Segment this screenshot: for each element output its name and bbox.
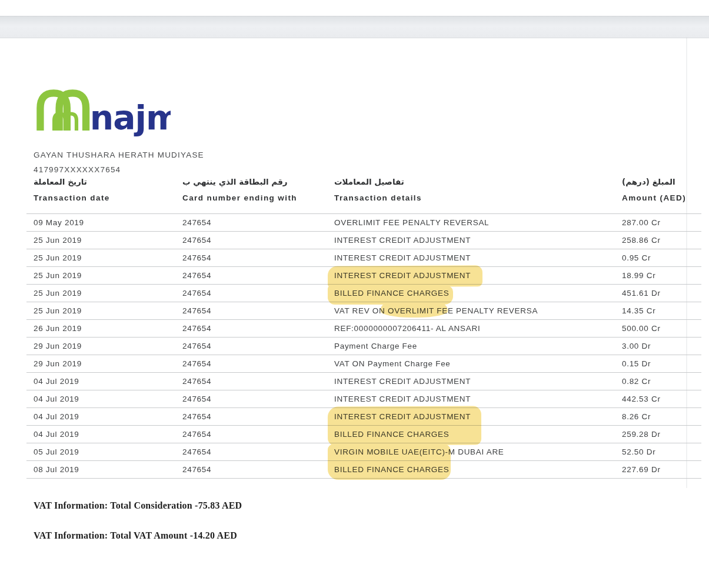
header-transaction-date: تاريخ المعاملة Transaction date	[34, 175, 110, 205]
table-row: 25 Jun 2019 247654 INTEREST CREDIT ADJUS…	[26, 267, 701, 285]
header-transaction-date-arabic: تاريخ المعاملة	[34, 175, 110, 188]
cardholder-name: GAYAN THUSHARA HERATH MUDIYASE	[34, 151, 204, 159]
header-card-number-arabic: رقم البطاقة الذي ينتهي ب	[182, 175, 297, 188]
card-number-cell: 247654	[182, 426, 211, 443]
table-row: 04 Jul 2019 247654 INTEREST CREDIT ADJUS…	[26, 373, 701, 390]
transaction-details-cell: VAT REV ON OVERLIMIT FEE PENALTY REVERSA	[334, 302, 538, 319]
transaction-date-cell: 09 May 2019	[34, 214, 84, 231]
transaction-date-cell: 26 Jun 2019	[34, 320, 82, 337]
card-number-masked: 417997XXXXXX7654	[34, 165, 121, 174]
header-amount-english: Amount (AED)	[622, 191, 686, 205]
transaction-date-cell: 25 Jun 2019	[34, 232, 82, 249]
table-row: 04 Jul 2019 247654 INTEREST CREDIT ADJUS…	[26, 390, 701, 408]
amount-cell: 0.15 Dr	[622, 355, 651, 372]
table-row: 09 May 2019 247654 OVERLIMIT FEE PENALTY…	[26, 214, 701, 232]
najm-logo: najm	[34, 86, 171, 142]
vat-total-vat-amount: VAT Information: Total VAT Amount -14.20…	[34, 530, 237, 541]
amount-cell: 259.28 Dr	[622, 426, 661, 443]
transaction-date-cell: 25 Jun 2019	[34, 267, 82, 284]
card-number-cell: 247654	[182, 443, 211, 460]
amount-cell: 0.82 Cr	[622, 373, 651, 390]
transaction-date-cell: 04 Jul 2019	[34, 426, 79, 443]
amount-cell: 14.35 Cr	[622, 302, 655, 319]
header-transaction-details-arabic: تفاصيل المعاملات	[334, 175, 422, 188]
transaction-date-cell: 29 Jun 2019	[34, 338, 82, 355]
vat-total-consideration: VAT Information: Total Consideration -75…	[34, 500, 242, 511]
header-transaction-details: تفاصيل المعاملات Transaction details	[334, 175, 422, 205]
table-header-row: تاريخ المعاملة Transaction date رقم البط…	[26, 175, 701, 213]
card-number-cell: 247654	[182, 249, 211, 266]
najm-logo-text: najm	[90, 98, 171, 137]
transaction-details-cell: INTEREST CREDIT ADJUSTMENT	[334, 232, 471, 249]
card-number-cell: 247654	[182, 320, 211, 337]
amount-cell: 258.86 Cr	[622, 232, 661, 249]
table-row: 26 Jun 2019 247654 REF:0000000007206411-…	[26, 320, 701, 338]
amount-cell: 8.26 Cr	[622, 408, 651, 425]
transaction-date-cell: 29 Jun 2019	[34, 355, 82, 372]
header-card-number-english: Card number ending with	[182, 191, 297, 205]
card-number-cell: 247654	[182, 390, 211, 407]
table-row: 29 Jun 2019 247654 Payment Charge Fee 3.…	[26, 338, 701, 355]
card-number-cell: 247654	[182, 214, 211, 231]
table-row: 29 Jun 2019 247654 VAT ON Payment Charge…	[26, 355, 701, 373]
table-body: 09 May 2019 247654 OVERLIMIT FEE PENALTY…	[26, 213, 701, 479]
transaction-date-cell: 04 Jul 2019	[34, 373, 79, 390]
amount-cell: 0.95 Cr	[622, 249, 651, 266]
table-row: 04 Jul 2019 247654 BILLED FINANCE CHARGE…	[26, 426, 701, 443]
amount-cell: 227.69 Dr	[622, 461, 661, 478]
transaction-details-cell: Payment Charge Fee	[334, 338, 417, 355]
table-row: 25 Jun 2019 247654 VAT REV ON OVERLIMIT …	[26, 302, 701, 320]
transaction-details-cell: INTEREST CREDIT ADJUSTMENT	[334, 408, 471, 425]
transaction-details-cell: OVERLIMIT FEE PENALTY REVERSAL	[334, 214, 489, 231]
transaction-details-cell: BILLED FINANCE CHARGES	[334, 461, 449, 478]
header-card-number: رقم البطاقة الذي ينتهي ب Card number end…	[182, 175, 297, 205]
transaction-date-cell: 25 Jun 2019	[34, 249, 82, 266]
transaction-date-cell: 25 Jun 2019	[34, 302, 82, 319]
transaction-details-cell: INTEREST CREDIT ADJUSTMENT	[334, 249, 471, 266]
table-row: 05 Jul 2019 247654 VIRGIN MOBILE UAE(EIT…	[26, 443, 701, 461]
card-number-cell: 247654	[182, 408, 211, 425]
table-row: 25 Jun 2019 247654 INTEREST CREDIT ADJUS…	[26, 232, 701, 249]
transaction-date-cell: 25 Jun 2019	[34, 285, 82, 302]
header-transaction-date-english: Transaction date	[34, 191, 110, 205]
table-row: 08 Jul 2019 247654 BILLED FINANCE CHARGE…	[26, 461, 701, 479]
transaction-details-cell: INTEREST CREDIT ADJUSTMENT	[334, 390, 471, 407]
najm-arch-icon	[40, 93, 86, 130]
transaction-date-cell: 05 Jul 2019	[34, 443, 79, 460]
header-amount: المبلغ (درهم) Amount (AED)	[622, 175, 686, 205]
transaction-date-cell: 04 Jul 2019	[34, 408, 79, 425]
amount-cell: 18.99 Cr	[622, 267, 655, 284]
header-amount-arabic: المبلغ (درهم)	[622, 175, 686, 188]
transaction-date-cell: 04 Jul 2019	[34, 390, 79, 407]
card-number-cell: 247654	[182, 302, 211, 319]
transaction-details-cell: VAT ON Payment Charge Fee	[334, 355, 451, 372]
card-number-cell: 247654	[182, 267, 211, 284]
transaction-details-cell: INTEREST CREDIT ADJUSTMENT	[334, 373, 471, 390]
transactions-table: تاريخ المعاملة Transaction date رقم البط…	[26, 175, 701, 479]
amount-cell: 287.00 Cr	[622, 214, 661, 231]
card-number-cell: 247654	[182, 355, 211, 372]
amount-cell: 3.00 Dr	[622, 338, 651, 355]
transaction-details-cell: BILLED FINANCE CHARGES	[334, 426, 449, 443]
table-row: 25 Jun 2019 247654 INTEREST CREDIT ADJUS…	[26, 249, 701, 267]
transaction-details-cell: VIRGIN MOBILE UAE(EITC)-M DUBAI ARE	[334, 443, 504, 460]
amount-cell: 52.50 Dr	[622, 443, 655, 460]
amount-cell: 451.61 Dr	[622, 285, 661, 302]
transaction-details-cell: REF:0000000007206411- AL ANSARI	[334, 320, 480, 337]
transaction-details-cell: BILLED FINANCE CHARGES	[334, 285, 449, 302]
card-number-cell: 247654	[182, 461, 211, 478]
top-gray-band	[0, 16, 709, 38]
table-row: 25 Jun 2019 247654 BILLED FINANCE CHARGE…	[26, 285, 701, 302]
amount-cell: 500.00 Cr	[622, 320, 661, 337]
header-transaction-details-english: Transaction details	[334, 191, 422, 205]
table-row: 04 Jul 2019 247654 INTEREST CREDIT ADJUS…	[26, 408, 701, 426]
transaction-details-cell: INTEREST CREDIT ADJUSTMENT	[334, 267, 471, 284]
transaction-date-cell: 08 Jul 2019	[34, 461, 79, 478]
card-number-cell: 247654	[182, 373, 211, 390]
card-number-cell: 247654	[182, 285, 211, 302]
amount-cell: 442.53 Cr	[622, 390, 661, 407]
card-number-cell: 247654	[182, 338, 211, 355]
card-number-cell: 247654	[182, 232, 211, 249]
najm-logo-graphic: najm	[34, 86, 171, 142]
